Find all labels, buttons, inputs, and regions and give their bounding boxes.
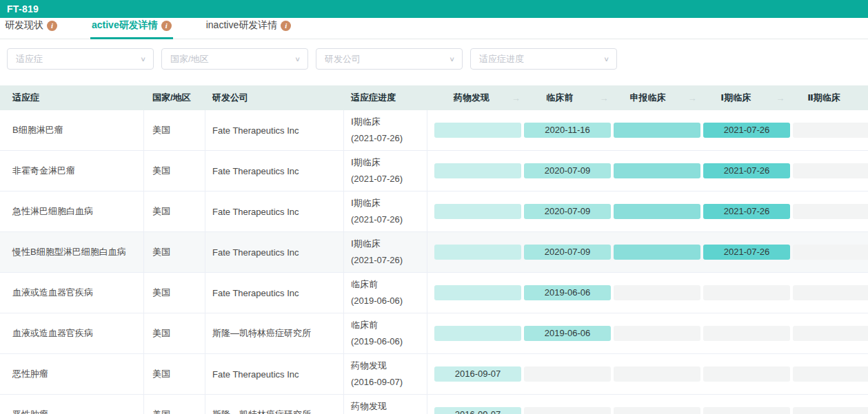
col-header-country: 国家/地区	[144, 92, 205, 104]
indication-cell: B细胞淋巴瘤	[0, 110, 144, 150]
stage-bar-4-empty	[793, 407, 868, 414]
progress-phase: 临床前	[351, 317, 403, 333]
company-cell: 斯隆—凯特林癌症研究所	[205, 313, 344, 353]
stage-timeline: 2020-07-092021-07-26	[427, 232, 868, 272]
table-row[interactable]: 急性淋巴细胞白血病 美国 Fate Therapeutics Inc Ⅰ期临床 …	[0, 192, 868, 232]
stage-bar-1-filled: 2020-07-09	[524, 204, 611, 219]
stage-bar-2-empty	[614, 366, 700, 382]
info-icon[interactable]: i	[161, 21, 172, 31]
stage-timeline: 2020-11-162021-07-26	[427, 110, 868, 150]
select-placeholder: 适应症	[16, 53, 43, 65]
progress-date: (2016-09-07)	[351, 374, 403, 391]
stage-timeline: 2016-09-07	[427, 395, 868, 414]
stage-bar-2-filled	[614, 123, 700, 138]
stage-bar-1-filled: 2020-07-09	[524, 163, 611, 178]
indication-filter-select[interactable]: 适应症 ∨	[7, 48, 154, 70]
stage-bar-2-empty	[614, 407, 700, 414]
country-cell: 美国	[144, 110, 205, 150]
col-header-stage-2: 申报临床→	[604, 92, 692, 104]
stage-bar-4-empty	[793, 163, 868, 178]
stage-bar-3-filled: 2021-07-26	[703, 204, 790, 219]
page-title: FT-819	[7, 3, 39, 14]
stage-bar-3-filled: 2021-07-26	[703, 245, 790, 260]
stage-bar-4-empty	[793, 204, 868, 219]
stage-bar-0-filled: 2016-09-07	[434, 366, 521, 382]
tab-bar: 研发现状 i active研发详情 i inactive研发详情 i	[0, 18, 868, 39]
progress-phase: 临床前	[351, 276, 403, 293]
stage-timeline: 2019-06-06	[427, 273, 868, 313]
table-row[interactable]: 血液或造血器官疾病 美国 斯隆—凯特林癌症研究所 临床前 (2019-06-06…	[0, 313, 868, 354]
table-row[interactable]: B细胞淋巴瘤 美国 Fate Therapeutics Inc Ⅰ期临床 (20…	[0, 110, 868, 151]
stage-bar-0-filled	[434, 123, 521, 138]
country-cell: 美国	[144, 395, 205, 414]
company-cell: Fate Therapeutics Inc	[205, 110, 344, 150]
stage-bar-1-filled: 2020-11-16	[524, 123, 611, 138]
select-placeholder: 研发公司	[325, 53, 361, 65]
chevron-down-icon: ∨	[140, 55, 146, 63]
progress-date: (2021-07-26)	[351, 252, 403, 269]
stage-timeline: 2016-09-07	[427, 354, 868, 394]
progress-filter-select[interactable]: 适应症进度 ∨	[470, 48, 617, 70]
table-row[interactable]: 血液或造血器官疾病 美国 Fate Therapeutics Inc 临床前 (…	[0, 273, 868, 313]
progress-cell: Ⅰ期临床 (2021-07-26)	[344, 192, 427, 231]
stage-bar-2-filled	[614, 245, 700, 260]
select-placeholder: 适应症进度	[479, 53, 524, 65]
progress-date: (2021-07-26)	[351, 171, 403, 187]
progress-cell: Ⅰ期临床 (2021-07-26)	[344, 232, 427, 272]
stage-bar-4-empty	[793, 366, 868, 382]
progress-cell: Ⅰ期临床 (2021-07-26)	[344, 151, 427, 191]
progress-cell: 药物发现 (2016-09-07)	[344, 395, 427, 414]
company-cell: Fate Therapeutics Inc	[205, 151, 344, 191]
progress-phase: Ⅰ期临床	[351, 236, 403, 252]
tab-label: active研发详情	[92, 19, 158, 32]
tab-active-rd-detail[interactable]: active研发详情 i	[90, 15, 173, 39]
progress-cell: Ⅰ期临床 (2021-07-26)	[344, 110, 427, 150]
company-cell: 斯隆—凯特林癌症研究所	[205, 395, 344, 414]
stage-label: Ⅱ期临床	[807, 92, 840, 104]
stage-bar-2-empty	[614, 326, 700, 341]
chevron-down-icon: ∨	[449, 55, 455, 63]
stage-timeline: 2020-07-092021-07-26	[427, 151, 868, 191]
company-filter-select[interactable]: 研发公司 ∨	[316, 48, 463, 70]
tab-rd-status[interactable]: 研发现状 i	[3, 15, 59, 39]
stage-bar-1-filled: 2020-07-09	[524, 245, 611, 260]
info-icon[interactable]: i	[281, 21, 291, 31]
stage-bar-3-empty	[703, 366, 790, 382]
stage-bar-3-empty	[703, 285, 790, 300]
progress-phase: 药物发现	[351, 358, 403, 374]
company-cell: Fate Therapeutics Inc	[205, 273, 344, 313]
col-header-stage-0: 药物发现→	[427, 92, 516, 104]
country-cell: 美国	[144, 151, 205, 191]
country-filter-select[interactable]: 国家/地区 ∨	[161, 48, 308, 70]
indication-cell: 非霍奇金淋巴瘤	[0, 151, 144, 191]
stage-bar-0-filled	[434, 245, 521, 260]
stage-bar-3-filled: 2021-07-26	[703, 163, 790, 178]
table-row[interactable]: 慢性B细胞型淋巴细胞白血病 美国 Fate Therapeutics Inc Ⅰ…	[0, 232, 868, 273]
info-icon[interactable]: i	[47, 21, 57, 31]
chevron-down-icon: ∨	[603, 55, 609, 63]
tab-inactive-rd-detail[interactable]: inactive研发详情 i	[205, 15, 292, 39]
table-row[interactable]: 恶性肿瘤 美国 Fate Therapeutics Inc 药物发现 (2016…	[0, 354, 868, 395]
stage-bar-3-empty	[703, 407, 790, 414]
progress-cell: 药物发现 (2016-09-07)	[344, 354, 427, 394]
tab-label: 研发现状	[5, 19, 43, 32]
col-header-stage-1: 临床前→	[516, 92, 604, 104]
stage-bar-4-empty	[793, 245, 868, 260]
stage-bar-0-filled	[434, 285, 521, 300]
table-row[interactable]: 恶性肿瘤 美国 斯隆—凯特林癌症研究所 药物发现 (2016-09-07) 20…	[0, 395, 868, 414]
country-cell: 美国	[144, 273, 205, 313]
stage-timeline: 2019-06-06	[427, 313, 868, 353]
col-header-progress: 适应症进度	[344, 92, 427, 104]
stage-bar-1-filled: 2019-06-06	[524, 326, 611, 341]
stage-bar-4-empty	[793, 123, 868, 138]
indication-cell: 慢性B细胞型淋巴细胞白血病	[0, 232, 144, 272]
stage-bar-1-filled: 2019-06-06	[524, 285, 611, 300]
company-cell: Fate Therapeutics Inc	[205, 354, 344, 394]
stage-bar-1-empty	[524, 407, 611, 414]
stage-bar-4-empty	[793, 326, 868, 341]
stage-label: 临床前	[546, 92, 573, 104]
progress-phase: 药物发现	[351, 398, 403, 414]
table-row[interactable]: 非霍奇金淋巴瘤 美国 Fate Therapeutics Inc Ⅰ期临床 (2…	[0, 151, 868, 192]
col-header-stage-3: Ⅰ期临床→	[692, 92, 780, 104]
progress-date: (2019-06-06)	[351, 333, 403, 350]
